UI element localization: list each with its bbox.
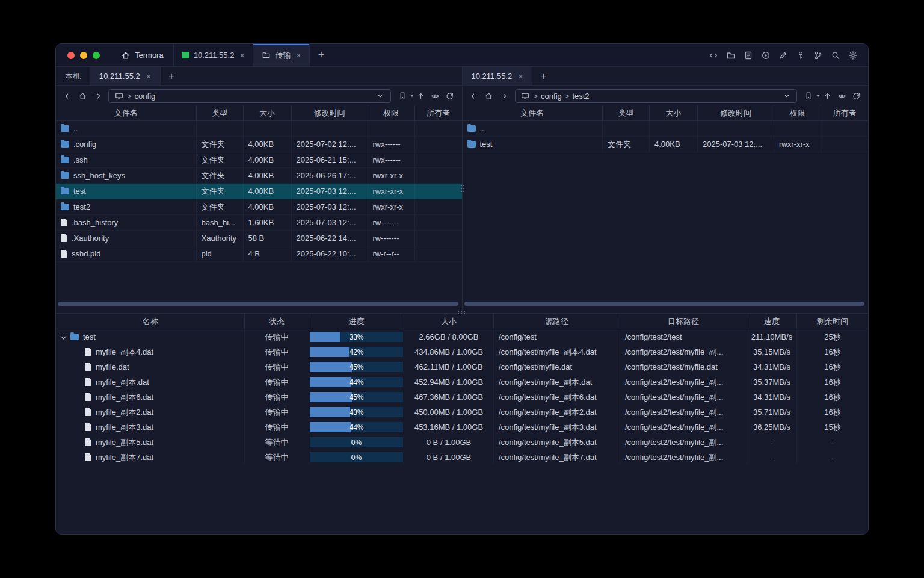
folder-icon[interactable] [725,50,736,60]
column-header-target[interactable]: 目标路径 [620,314,747,329]
transfer-row[interactable]: myfile_副本5.dat 等待中 0% 0 B / 1.00GB /conf… [56,435,868,450]
column-header-name[interactable]: 名称 [56,314,245,329]
column-header-mtime[interactable]: 修改时间 [292,105,368,120]
file-row[interactable]: test 文件夹 4.00KB 2025-07-03 12:... rwxr-x… [56,184,462,199]
transfer-eta: 16秒 [797,344,868,359]
close-window-button[interactable] [67,52,75,59]
transfer-row[interactable]: myfile_副本6.dat 传输中 45% 467.36MB / 1.00GB… [56,390,868,405]
tab-remote-session[interactable]: 10.211.55.2 × [90,67,161,85]
transfer-source-path: /config/test/myfile_副本7.dat [494,450,620,465]
branch-icon[interactable] [813,50,823,60]
bookmark-icon[interactable] [801,89,816,103]
column-header-perm[interactable]: 权限 [368,105,415,120]
path-segment[interactable]: > config [534,92,562,101]
column-header-size[interactable]: 大小 [650,105,698,120]
forward-icon[interactable] [90,89,104,103]
horizontal-scrollbar[interactable] [58,302,458,306]
file-name: test [480,140,493,149]
file-row[interactable]: .Xauthority Xauthority 58 B 2025-06-22 1… [56,231,462,246]
column-header-type[interactable]: 类型 [197,105,244,120]
code-icon[interactable] [708,50,718,60]
refresh-icon[interactable] [849,89,863,103]
transfer-target-path: /config/test2/test/myfile_副... [620,374,747,390]
upload-up-icon[interactable] [414,89,428,103]
settings-gear-icon[interactable] [848,50,858,60]
zoom-window-button[interactable] [93,52,100,59]
close-tab-icon[interactable]: × [239,51,244,60]
new-pane-tab-button[interactable]: + [161,67,182,85]
back-icon[interactable] [61,89,75,103]
file-row[interactable]: sshd.pid pid 4 B 2025-06-22 10:... rw-r-… [56,246,462,262]
record-icon[interactable] [760,50,771,60]
column-header-size[interactable]: 大小 [404,314,494,329]
app-home-tab[interactable]: Termora [111,44,173,66]
column-header-size[interactable]: 大小 [244,105,292,120]
show-hidden-eye-icon[interactable] [834,89,849,103]
transfer-row[interactable]: myfile_副本2.dat 传输中 43% 450.00MB / 1.00GB… [56,405,868,420]
chevron-down-icon[interactable] [781,91,792,101]
close-tab-icon[interactable]: × [518,72,523,81]
key-icon[interactable] [795,50,805,60]
horizontal-scrollbar[interactable] [464,302,865,306]
search-icon[interactable] [830,50,840,60]
tab-transfer[interactable]: 传输 × [253,44,309,66]
section-splitter-grip-icon[interactable] [458,311,459,312]
show-hidden-eye-icon[interactable] [428,89,443,103]
column-header-owner[interactable]: 所有者 [821,105,868,120]
close-tab-icon[interactable]: × [146,72,151,81]
back-icon[interactable] [467,89,482,103]
tab-local[interactable]: 本机 [56,67,90,85]
column-header-eta[interactable]: 剩余时间 [797,314,868,329]
column-header-progress[interactable]: 进度 [309,314,404,329]
file-row[interactable]: ssh_host_keys 文件夹 4.00KB 2025-06-26 17:.… [56,168,462,184]
file-row[interactable]: .config 文件夹 4.00KB 2025-07-02 12:... rwx… [56,137,462,152]
transfer-row[interactable]: myfile_副本3.dat 传输中 44% 453.16MB / 1.00GB… [56,420,868,435]
close-tab-icon[interactable]: × [297,51,301,60]
transfer-row[interactable]: myfile_副本.dat 传输中 44% 452.94MB / 1.00GB … [56,374,868,390]
home-icon[interactable] [482,89,496,103]
column-header-filename[interactable]: 文件名 [463,105,603,120]
transfer-source-path: /config/test/myfile.dat [494,359,620,374]
column-header-speed[interactable]: 速度 [747,314,797,329]
tab-terminal-host[interactable]: 10.211.55.2 × [173,44,253,66]
column-header-perm[interactable]: 权限 [774,105,821,120]
forward-icon[interactable] [496,89,511,103]
column-header-status[interactable]: 状态 [245,314,309,329]
file-row[interactable]: .ssh 文件夹 4.00KB 2025-06-21 15:... rwx---… [56,152,462,168]
column-header-type[interactable]: 类型 [603,105,650,120]
path-segment[interactable]: > config [127,92,155,101]
file-row[interactable]: .. [463,121,869,137]
transfer-row[interactable]: myfile_副本4.dat 传输中 42% 434.86MB / 1.00GB… [56,344,868,359]
transfer-row[interactable]: myfile_副本7.dat 等待中 0% 0 B / 1.00GB /conf… [56,450,868,465]
file-row[interactable]: test 文件夹 4.00KB 2025-07-03 12:... rwxr-x… [463,137,869,152]
new-tab-button[interactable]: + [309,44,333,66]
file-row[interactable]: test2 文件夹 4.00KB 2025-07-03 12:... rwxr-… [56,199,462,215]
file-name: sshd.pid [72,249,100,258]
home-icon[interactable] [75,89,90,103]
upload-up-icon[interactable] [820,89,834,103]
transfer-row[interactable]: test 传输中 33% 2.66GB / 8.00GB /config/tes… [56,329,868,344]
bookmark-icon[interactable] [395,89,410,103]
path-bar[interactable]: > config [108,89,391,103]
file-size-cell: 4.00KB [244,199,292,214]
log-icon[interactable] [743,50,753,60]
path-bar[interactable]: > config > test2 [515,89,798,103]
file-row[interactable]: .. [56,121,462,137]
file-row[interactable]: .bash_history bash_hi... 1.60KB 2025-07-… [56,215,462,231]
transfer-row[interactable]: myfile.dat 传输中 45% 462.11MB / 1.00GB /co… [56,359,868,374]
tab-remote-session[interactable]: 10.211.55.2 × [463,67,533,85]
expand-chevron-icon[interactable] [61,334,67,340]
minimize-window-button[interactable] [80,52,87,59]
column-header-mtime[interactable]: 修改时间 [698,105,774,120]
column-header-source[interactable]: 源路径 [494,314,620,329]
splitter-grip-icon[interactable] [461,185,462,186]
column-header-filename[interactable]: 文件名 [56,105,197,120]
new-pane-tab-button[interactable]: + [532,67,554,85]
progress-bar: 44% [310,422,403,432]
edit-icon[interactable] [778,50,788,60]
refresh-icon[interactable] [443,89,457,103]
progress-percent: 0% [310,452,403,462]
chevron-down-icon[interactable] [375,91,386,101]
column-header-owner[interactable]: 所有者 [415,105,462,120]
path-segment[interactable]: > test2 [565,92,590,101]
